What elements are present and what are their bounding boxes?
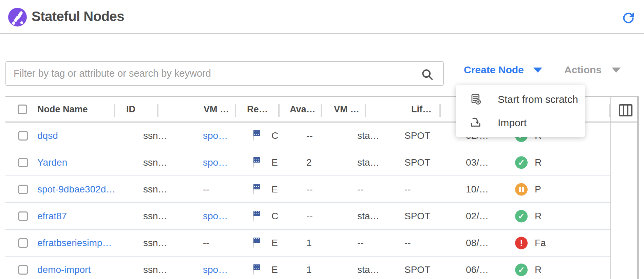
availability-value: 1 — [306, 264, 312, 275]
menu-item-label: Import — [498, 117, 527, 129]
node-id: ssn… — [143, 184, 168, 195]
row-checkbox[interactable] — [18, 238, 28, 248]
status-label: Fa — [535, 238, 546, 248]
lifecycle-value: SPOT — [404, 264, 430, 275]
spot-logo-icon — [8, 8, 27, 26]
table-body: dqsd ssn… spo… C -- sta… SPOT 02/… R Yar… — [5, 123, 639, 279]
table-row: Yarden ssn… spo… E 2 sta… SPOT 03/… R — [5, 149, 610, 176]
vm-link[interactable]: spo… — [203, 157, 228, 168]
vm-link[interactable]: spo… — [203, 211, 228, 222]
us-flag-icon — [253, 211, 254, 222]
header-vm-state[interactable]: VM … — [334, 104, 359, 115]
lifecycle-value: -- — [404, 184, 411, 195]
availability-value: 1 — [306, 238, 312, 248]
column-separator — [157, 104, 158, 117]
region-value: E — [271, 264, 278, 275]
menu-item-import[interactable]: Import — [456, 111, 585, 134]
select-all-checkbox[interactable] — [18, 105, 27, 114]
menu-item-start-from-scratch[interactable]: Start from scratch — [456, 88, 585, 111]
create-node-menu: Start from scratch Import — [456, 85, 585, 137]
node-name-link[interactable]: demo-import — [37, 264, 91, 275]
lifecycle-value: SPOT — [404, 130, 430, 141]
us-flag-icon — [253, 238, 254, 248]
availability-value: 2 — [306, 157, 312, 168]
lifecycle-value: SPOT — [404, 211, 430, 222]
column-separator — [365, 104, 366, 117]
header-lifecycle[interactable]: Lif… — [411, 104, 432, 115]
row-checkbox[interactable] — [18, 211, 28, 221]
status-label: R — [535, 157, 542, 168]
vm-state-value: sta… — [357, 157, 379, 168]
create-node-button[interactable]: Create Node — [464, 64, 542, 76]
table-row: demo-import ssn… spo… E 1 sta… SPOT 06/…… — [5, 257, 610, 279]
created-date: 02/… — [466, 211, 489, 222]
search-icon[interactable] — [421, 68, 434, 81]
caret-down-icon — [612, 68, 621, 73]
status-icon — [515, 183, 528, 196]
region-value: E — [271, 184, 278, 195]
vm-link[interactable]: spo… — [203, 264, 228, 275]
node-name-link[interactable]: Yarden — [37, 157, 67, 168]
vm-value: -- — [203, 184, 209, 195]
node-id: ssn… — [143, 264, 168, 275]
menu-item-label: Start from scratch — [498, 94, 578, 105]
right-rail-border — [610, 96, 611, 279]
us-flag-icon — [253, 157, 254, 168]
note-add-icon — [469, 93, 482, 106]
status-icon — [515, 156, 528, 169]
table-row: efratbseriesimp… ssn… -- E 1 -- -- 08/… … — [5, 230, 610, 257]
row-checkbox[interactable] — [18, 185, 28, 194]
vm-state-value: sta… — [357, 130, 379, 141]
columns-picker-icon[interactable] — [619, 104, 632, 116]
created-date: 08/… — [466, 238, 489, 248]
filter-input[interactable] — [5, 61, 444, 86]
vm-link[interactable]: spo… — [203, 130, 228, 141]
status-label: R — [535, 264, 542, 275]
node-name-link[interactable]: efratbseriesimp… — [37, 238, 112, 248]
node-id: ssn… — [143, 157, 168, 168]
actions-label: Actions — [564, 64, 602, 76]
import-icon — [469, 116, 482, 129]
us-flag-icon — [253, 130, 254, 141]
status-label: P — [535, 184, 541, 195]
vm-state-value: -- — [357, 238, 364, 248]
region-value: E — [271, 157, 278, 168]
caret-down-icon — [533, 68, 542, 73]
table-row: spot-9dbae302d… ssn… -- E -- -- -- 10/… … — [5, 176, 610, 203]
lifecycle-value: SPOT — [404, 157, 430, 168]
column-separator — [235, 104, 236, 117]
node-id: ssn… — [143, 130, 168, 141]
table-right-edge — [637, 96, 639, 279]
column-separator — [321, 104, 322, 117]
node-name-link[interactable]: spot-9dbae302d… — [37, 184, 115, 195]
header-node-name[interactable]: Node Name — [37, 104, 88, 115]
node-id: ssn… — [143, 211, 168, 222]
create-node-label: Create Node — [464, 64, 524, 76]
column-separator — [114, 104, 115, 117]
actions-button[interactable]: Actions — [564, 64, 621, 76]
header-id[interactable]: ID — [126, 104, 135, 115]
region-value: C — [271, 130, 278, 141]
refresh-icon — [622, 20, 635, 25]
row-checkbox[interactable] — [18, 131, 28, 141]
header-availability[interactable]: Ava… — [290, 104, 316, 115]
region-value: C — [271, 211, 278, 222]
vm-value: -- — [203, 238, 209, 248]
header-vm[interactable]: VM … — [204, 104, 229, 115]
column-separator — [278, 104, 280, 117]
table-row: efrat87 ssn… spo… C -- sta… SPOT 02/… R — [5, 203, 610, 230]
node-name-link[interactable]: efrat87 — [37, 211, 67, 222]
status-icon — [515, 263, 528, 276]
created-date: 03/… — [466, 157, 489, 168]
us-flag-icon — [253, 184, 254, 195]
header-region[interactable]: Re… — [247, 104, 268, 115]
row-checkbox[interactable] — [18, 265, 28, 275]
status-icon — [515, 237, 528, 249]
refresh-button[interactable] — [622, 12, 635, 25]
app-header: Stateful Nodes — [0, 0, 644, 34]
lifecycle-value: -- — [404, 238, 411, 248]
status-icon — [515, 210, 528, 222]
column-separator — [439, 104, 441, 117]
node-name-link[interactable]: dqsd — [37, 130, 58, 141]
row-checkbox[interactable] — [18, 158, 28, 167]
